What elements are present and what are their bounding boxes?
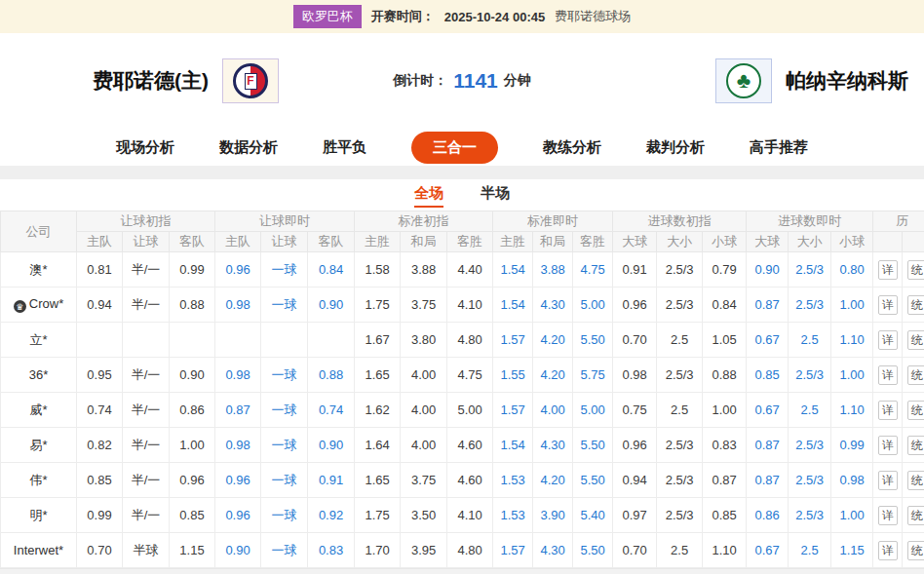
stats-button[interactable]: 统 — [907, 471, 924, 490]
odds-cell[interactable]: 1.54 — [493, 428, 533, 463]
odds-cell[interactable]: 0.87 — [747, 288, 789, 323]
company-cell[interactable]: Interwet* — [1, 533, 77, 568]
odds-cell[interactable]: 0.67 — [747, 323, 789, 358]
odds-cell[interactable]: 2.5 — [789, 323, 831, 358]
odds-cell[interactable]: 0.96 — [215, 463, 261, 498]
detail-button[interactable]: 详 — [878, 330, 898, 350]
odds-cell[interactable]: 1.57 — [493, 393, 533, 428]
company-cell[interactable]: 易* — [1, 428, 77, 463]
company-cell[interactable]: 澳* — [1, 252, 77, 288]
company-cell[interactable]: 明* — [1, 498, 77, 533]
odds-cell[interactable]: 4.30 — [533, 288, 573, 323]
odds-cell[interactable]: 0.98 — [215, 428, 261, 463]
company-cell[interactable]: 威* — [1, 393, 77, 428]
detail-button[interactable]: 详 — [878, 506, 898, 525]
odds-cell[interactable]: 0.98 — [831, 463, 873, 498]
nav-tab-3[interactable]: 胜平负 — [323, 138, 366, 157]
odds-cell[interactable]: 5.00 — [573, 288, 613, 323]
odds-cell[interactable]: 0.90 — [308, 288, 355, 323]
nav-tab-5[interactable]: 教练分析 — [543, 138, 601, 157]
odds-cell[interactable]: 2.5/3 — [789, 463, 831, 498]
odds-cell[interactable]: 1.10 — [831, 323, 873, 358]
odds-cell[interactable]: 0.67 — [747, 533, 789, 568]
stats-button[interactable]: 统 — [907, 260, 924, 280]
odds-cell[interactable]: 3.90 — [533, 498, 573, 533]
odds-cell[interactable]: 0.88 — [308, 358, 355, 393]
odds-cell[interactable]: 0.87 — [747, 463, 789, 498]
stats-button[interactable]: 统 — [907, 330, 924, 350]
odds-cell[interactable]: 5.50 — [573, 323, 613, 358]
odds-cell[interactable]: 1.54 — [493, 288, 533, 323]
odds-cell[interactable]: 0.87 — [215, 393, 261, 428]
company-cell[interactable]: 立* — [1, 323, 77, 358]
nav-tab-2[interactable]: 数据分析 — [219, 138, 278, 157]
odds-cell[interactable]: 0.90 — [747, 252, 789, 288]
odds-cell[interactable]: 2.5 — [789, 393, 831, 428]
odds-cell[interactable]: 5.00 — [573, 393, 613, 428]
detail-button[interactable]: 详 — [878, 295, 898, 315]
odds-cell[interactable]: 5.50 — [573, 428, 613, 463]
odds-cell[interactable]: 1.00 — [831, 288, 873, 323]
nav-tab-7[interactable]: 高手推荐 — [750, 138, 808, 157]
odds-cell[interactable]: 2.5/3 — [789, 252, 831, 288]
odds-cell[interactable]: 一球 — [261, 428, 308, 463]
nav-tab-6[interactable]: 裁判分析 — [646, 138, 705, 157]
odds-cell[interactable]: 2.5/3 — [789, 498, 831, 533]
odds-cell[interactable]: 2.5/3 — [789, 358, 831, 393]
odds-cell[interactable]: 5.40 — [573, 498, 613, 533]
odds-cell[interactable]: 4.00 — [533, 393, 573, 428]
odds-cell[interactable]: 1.00 — [831, 358, 873, 393]
detail-button[interactable]: 详 — [878, 541, 898, 560]
odds-cell[interactable]: 1.15 — [831, 533, 873, 568]
odds-cell[interactable]: 0.74 — [308, 393, 355, 428]
odds-cell[interactable]: 0.96 — [215, 498, 261, 533]
odds-cell[interactable]: 1.54 — [493, 252, 533, 288]
odds-cell[interactable]: 0.83 — [308, 533, 355, 568]
odds-cell[interactable]: 2.5/3 — [789, 288, 831, 323]
odds-cell[interactable]: 2.5/3 — [789, 428, 831, 463]
odds-cell[interactable]: 2.5 — [789, 533, 831, 568]
odds-cell[interactable]: 1.00 — [831, 498, 873, 533]
odds-cell[interactable]: 5.50 — [573, 533, 613, 568]
odds-cell[interactable]: 0.67 — [747, 393, 789, 428]
odds-cell[interactable]: 一球 — [261, 393, 308, 428]
odds-cell[interactable]: 0.98 — [215, 358, 261, 393]
odds-cell[interactable]: 5.75 — [573, 358, 613, 393]
odds-cell[interactable]: 1.57 — [493, 323, 533, 358]
detail-button[interactable]: 详 — [878, 260, 898, 280]
stats-button[interactable]: 统 — [907, 506, 924, 525]
odds-cell[interactable]: 3.88 — [533, 252, 573, 288]
odds-cell[interactable]: 一球 — [261, 252, 308, 288]
odds-cell[interactable]: 一球 — [261, 463, 308, 498]
stats-button[interactable]: 统 — [907, 436, 924, 455]
odds-cell[interactable]: 4.75 — [573, 252, 613, 288]
company-cell[interactable]: ♛Crow* — [1, 288, 77, 323]
odds-cell[interactable]: 5.50 — [573, 463, 613, 498]
subtab-2[interactable]: 半场 — [481, 184, 510, 208]
detail-button[interactable]: 详 — [878, 436, 898, 455]
nav-tab-1[interactable]: 现场分析 — [116, 138, 174, 157]
odds-cell[interactable]: 一球 — [261, 498, 308, 533]
odds-cell[interactable]: 0.84 — [308, 252, 355, 288]
detail-button[interactable]: 详 — [878, 365, 898, 385]
stats-button[interactable]: 统 — [907, 541, 924, 560]
odds-cell[interactable]: 1.53 — [493, 463, 533, 498]
odds-cell[interactable]: 4.30 — [533, 428, 573, 463]
odds-cell[interactable]: 1.55 — [493, 358, 533, 393]
detail-button[interactable]: 详 — [878, 471, 898, 490]
odds-cell[interactable]: 一球 — [261, 288, 308, 323]
subtab-1[interactable]: 全场 — [414, 184, 443, 208]
odds-cell[interactable]: 1.53 — [493, 498, 533, 533]
stats-button[interactable]: 统 — [907, 365, 924, 385]
odds-cell[interactable]: 0.92 — [308, 498, 355, 533]
stats-button[interactable]: 统 — [907, 401, 924, 420]
odds-cell[interactable]: 0.90 — [215, 533, 261, 568]
odds-cell[interactable]: 0.96 — [215, 252, 261, 288]
odds-cell[interactable]: 一球 — [261, 533, 308, 568]
odds-cell[interactable]: 1.10 — [831, 393, 873, 428]
odds-cell[interactable]: 0.99 — [831, 428, 873, 463]
company-cell[interactable]: 36* — [1, 358, 77, 393]
odds-cell[interactable]: 4.30 — [533, 533, 573, 568]
odds-cell[interactable]: 一球 — [261, 358, 308, 393]
detail-button[interactable]: 详 — [878, 401, 898, 420]
